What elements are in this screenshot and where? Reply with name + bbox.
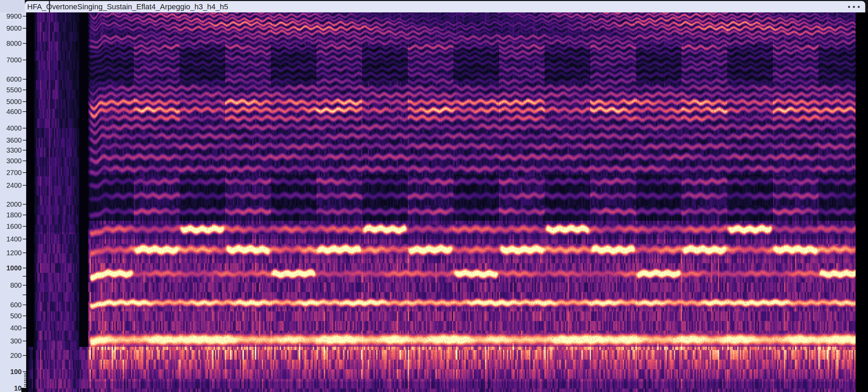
playhead[interactable] [49,1,50,12]
freq-tick [23,328,26,328]
more-options-button[interactable] [845,3,865,11]
freq-tick [23,295,26,295]
freq-tick [23,172,26,173]
ruler-corner [21,388,26,392]
freq-tick [23,161,26,161]
freq-tick-label: 2000 [7,201,22,208]
freq-tick [23,316,26,316]
freq-tick-label: 7000 [7,56,22,63]
freq-tick [23,28,26,29]
ellipsis-icon [858,6,860,8]
freq-tick-label: 1800 [7,212,22,218]
freq-tick [24,379,26,379]
freq-tick [23,185,26,186]
freq-tick [23,140,26,141]
freq-tick [23,90,26,90]
freq-tick-label: 1200 [7,249,22,256]
app-window: HFA_OvertoneSinging_Sustain_Eflat4_Arpeg… [0,0,868,392]
freq-tick-label: 1000 [7,265,22,271]
freq-tick-label: 500 [10,312,22,319]
freq-tick-label: 1600 [7,223,22,230]
freq-tick [23,355,26,356]
freq-tick [23,79,26,80]
freq-tick [23,101,26,102]
freq-tick [23,252,26,253]
freq-tick-label: 600 [10,301,22,308]
freq-tick-label: 6000 [7,76,22,83]
freq-tick [23,239,26,239]
freq-tick [23,285,26,286]
freq-tick-label: 300 [10,338,22,344]
window-title: HFA_OvertoneSinging_Sustain_Eflat4_Arpeg… [25,2,228,11]
frequency-ruler[interactable]: 9900900080007000600055005000460040003600… [0,12,26,392]
freq-tick [23,305,26,305]
freq-tick [24,386,26,386]
freq-tick-label: 100 [10,368,22,375]
freq-tick-label: 5000 [7,98,22,105]
freq-tick [23,215,26,215]
freq-tick [23,276,26,277]
freq-tick-label: 9900 [7,13,22,20]
freq-tick-label: 10 [14,385,22,392]
freq-tick [23,341,26,341]
freq-tick-label: 3600 [7,137,22,144]
freq-tick-label: 4000 [7,125,22,132]
ellipsis-icon [848,6,850,8]
freq-tick [23,128,26,128]
freq-tick [23,16,26,17]
ruler-header [0,0,25,12]
freq-tick [23,60,26,60]
freq-tick [24,382,26,383]
freq-tick [23,43,26,44]
freq-tick-label: 9000 [7,25,22,32]
freq-tick-label: 1400 [7,236,22,243]
freq-tick [23,150,26,151]
freq-tick-label: 4600 [7,108,22,115]
freq-tick-label: 200 [10,352,22,359]
freq-tick [24,375,26,375]
freq-tick [24,384,26,385]
freq-tick-label: 3000 [7,157,22,164]
titlebar: HFA_OvertoneSinging_Sustain_Eflat4_Arpeg… [25,1,865,12]
freq-tick-label: 8000 [7,40,22,47]
ellipsis-icon [853,6,855,8]
freq-tick-label: 400 [10,324,22,331]
freq-tick [23,268,26,268]
freq-tick-label: 2700 [7,169,22,176]
freq-tick [23,111,26,112]
freq-tick [24,376,26,377]
freq-tick [23,371,26,372]
freq-tick-label: 3300 [7,147,22,154]
freq-tick [24,373,26,374]
freq-tick [23,226,26,227]
freq-tick-label: 5500 [7,86,22,93]
freq-tick-label: 800 [10,282,22,289]
freq-tick [23,204,26,205]
spectrogram-canvas[interactable] [26,12,868,392]
freq-tick [24,380,26,381]
freq-tick-label: 2400 [7,182,22,189]
